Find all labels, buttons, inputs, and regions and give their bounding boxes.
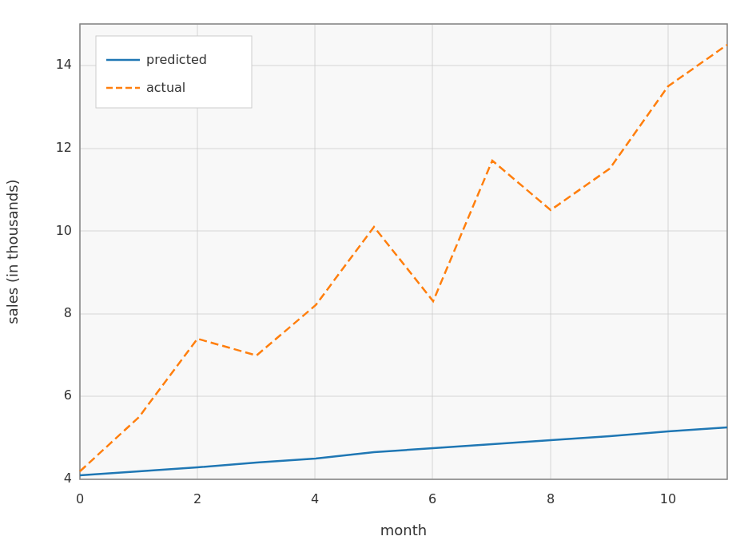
- x-axis-label: month: [380, 522, 427, 538]
- legend-predicted-label: predicted: [146, 52, 207, 67]
- legend-box: [96, 36, 252, 108]
- chart-svg: 0 2 4 6 8 10 14 12 10 8 6 4 month sales …: [0, 0, 756, 556]
- y-tick-14: 14: [56, 57, 72, 72]
- y-tick-4: 4: [64, 471, 72, 486]
- y-tick-12: 12: [56, 140, 72, 155]
- y-tick-8: 8: [64, 305, 72, 320]
- y-axis-label: sales (in thousands): [4, 179, 21, 324]
- x-tick-8: 8: [547, 491, 555, 506]
- x-tick-10: 10: [660, 491, 676, 506]
- y-tick-6: 6: [64, 387, 72, 403]
- x-tick-2: 2: [193, 491, 201, 506]
- x-tick-6: 6: [428, 491, 436, 506]
- y-tick-10: 10: [56, 223, 72, 238]
- chart-container: 0 2 4 6 8 10 14 12 10 8 6 4 month sales …: [0, 0, 756, 556]
- x-tick-4: 4: [311, 491, 319, 506]
- x-tick-0: 0: [76, 491, 84, 506]
- legend-actual-label: actual: [146, 80, 185, 95]
